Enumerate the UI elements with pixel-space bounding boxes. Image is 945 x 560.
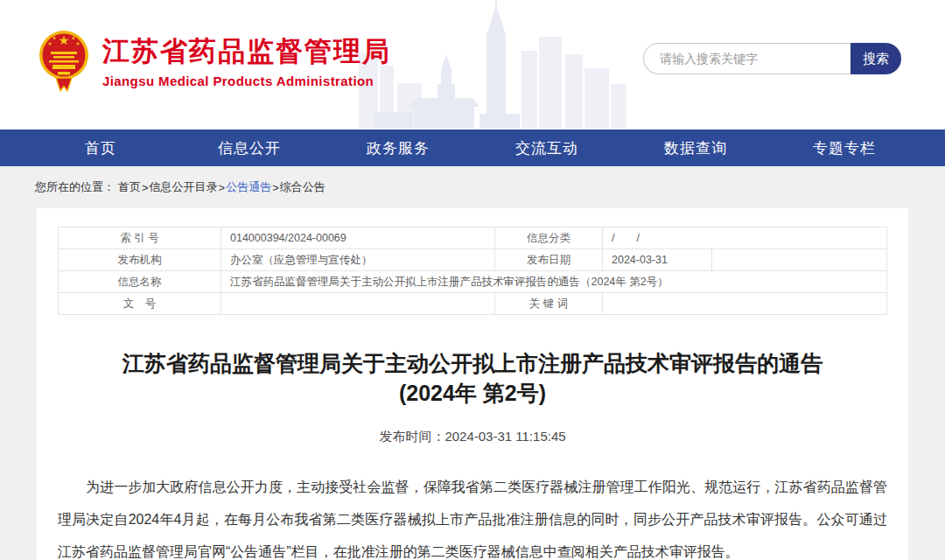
main-nav: 首页 信息公开 政务服务 交流互动 数据查询 专题专栏	[0, 130, 945, 166]
table-row: 信息名称 江苏省药品监督管理局关于主动公开拟上市注册产品技术审评报告的通告（20…	[58, 271, 886, 293]
table-row: 文 号 关 键 词	[58, 293, 886, 315]
nav-item-data-query[interactable]: 数据查询	[621, 130, 770, 166]
content-card: 索 引 号 014000394/2024-00069 信息分类 / / 发布机构…	[37, 208, 908, 560]
breadcrumb-general-notices[interactable]: 综合公告	[280, 179, 326, 195]
publish-time-value: 2024-03-31 11:15:45	[444, 429, 565, 444]
article-body: 为进一步加大政府信息公开力度，主动接受社会监督，保障我省第二类医疗器械注册管理工…	[58, 471, 887, 560]
document-meta-table: 索 引 号 014000394/2024-00069 信息分类 / / 发布机构…	[58, 227, 887, 315]
index-number-label: 索 引 号	[58, 228, 220, 249]
publish-time-label: 发布时间：	[379, 429, 444, 444]
info-name-label: 信息名称	[58, 271, 220, 293]
breadcrumb-separator: >	[219, 181, 226, 194]
table-row: 发布机构 办公室（应急管理与宣传处） 发布日期 2024-03-31	[58, 249, 886, 271]
article-title-line2: (2024年 第2号)	[37, 378, 908, 408]
site-logo[interactable]: 江苏省药品监督管理局 Jiangsu Medical Products Admi…	[38, 28, 391, 94]
nav-item-topics[interactable]: 专题专栏	[770, 130, 919, 166]
publish-date-value: 2024-03-31	[602, 249, 711, 271]
index-number-value: 014000394/2024-00069	[220, 228, 494, 249]
breadcrumb: 您所在的位置： 首页 > 信息公开目录 > 公告通告 > 综合公告	[0, 166, 945, 208]
nav-item-home[interactable]: 首页	[26, 130, 175, 166]
empty-cell	[711, 249, 886, 271]
search-input[interactable]	[643, 43, 850, 74]
breadcrumb-prefix: 您所在的位置：	[35, 179, 115, 195]
site-header: 江苏省药品监督管理局 Jiangsu Medical Products Admi…	[0, 0, 945, 130]
brand-text: 江苏省药品监督管理局 Jiangsu Medical Products Admi…	[102, 34, 391, 88]
article-title: 江苏省药品监督管理局关于主动公开拟上市注册产品技术审评报告的通告 (2024年 …	[37, 348, 908, 408]
keyword-value	[602, 293, 886, 315]
keyword-label: 关 键 词	[494, 293, 602, 315]
site-title-english: Jiangsu Medical Products Administration	[102, 74, 391, 88]
table-row: 索 引 号 014000394/2024-00069 信息分类 / /	[58, 228, 886, 249]
issuing-agency-label: 发布机构	[58, 249, 220, 271]
doc-number-label: 文 号	[58, 293, 220, 315]
info-category-label: 信息分类	[494, 228, 602, 249]
breadcrumb-info-catalog[interactable]: 信息公开目录	[150, 179, 218, 195]
breadcrumb-home[interactable]: 首页	[118, 179, 141, 195]
info-name-value: 江苏省药品监督管理局关于主动公开拟上市注册产品技术审评报告的通告（2024年 第…	[220, 271, 886, 293]
publish-time: 发布时间：2024-03-31 11:15:45	[37, 429, 908, 445]
nav-item-services[interactable]: 政务服务	[324, 130, 472, 166]
city-skyline-graphic	[357, 0, 628, 128]
breadcrumb-separator: >	[142, 181, 149, 194]
breadcrumb-separator: >	[272, 181, 279, 194]
nav-item-interaction[interactable]: 交流互动	[472, 130, 621, 166]
issuing-agency-value: 办公室（应急管理与宣传处）	[220, 249, 494, 271]
site-title: 江苏省药品监督管理局	[102, 34, 391, 69]
publish-date-label: 发布日期	[494, 249, 602, 271]
info-category-value: / /	[602, 228, 886, 249]
doc-number-value	[220, 293, 494, 315]
national-emblem-icon	[38, 28, 89, 94]
search-button[interactable]: 搜索	[850, 43, 901, 74]
search-bar: 搜索	[643, 43, 901, 74]
breadcrumb-notices[interactable]: 公告通告	[226, 179, 271, 195]
article-title-line1: 江苏省药品监督管理局关于主动公开拟上市注册产品技术审评报告的通告	[37, 348, 908, 378]
nav-item-info[interactable]: 信息公开	[175, 130, 324, 166]
